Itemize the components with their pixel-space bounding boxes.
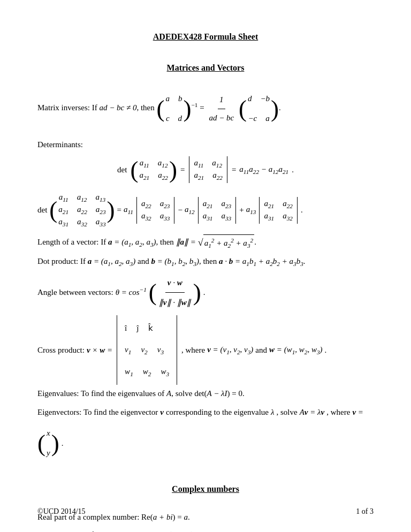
dot-product: Dot product: If a = (a1, a2, a3) and b =… — [37, 254, 374, 269]
eigenvalues: Eigenvalues: To find the eigenvalues of … — [37, 387, 374, 401]
matrices-heading: Matrices and Vectors — [37, 63, 374, 73]
footer: ©UCD 2014/15 1 of 3 — [37, 507, 374, 516]
angle-vectors: Angle between vectors: θ = cos−1 ( v · w… — [37, 273, 374, 312]
paren-right-icon: ) — [183, 98, 191, 119]
det-3x3: det ( a11a12a13 a21a22a23 a31a32a33 ) = … — [37, 192, 374, 229]
det-2x2: det ( a11a12 a21a22 ) = a11a12 a21a22 = … — [37, 156, 374, 183]
paren-right-icon2: ) — [271, 98, 279, 119]
paren-left-icon: ( — [156, 98, 164, 119]
page-number: 1 of 3 — [356, 507, 374, 516]
cross-product: Cross product: v × w = îĵk̂ v1v2v3 w1w2w… — [37, 315, 374, 385]
section-matrices: Matrices and Vectors Matrix inverses: If… — [37, 63, 374, 463]
complex-imaginary-part: Imaginary part of a complex number: Im(a… — [37, 528, 374, 532]
matrix-inverse-text: Matrix inverses: If ad − bc ≠ 0, then ( … — [37, 89, 374, 128]
determinants-label: Determinants: — [37, 138, 374, 151]
page-title: ADEDEX428 Formula Sheet — [37, 32, 374, 42]
eigenvectors: Eigenvectors: To find the eigenvector v … — [37, 404, 374, 463]
vector-length: Length of a vector: If a = (a1, a2, a3),… — [37, 234, 374, 251]
complex-heading: Complex numbers — [37, 484, 374, 494]
copyright: ©UCD 2014/15 — [37, 507, 86, 516]
paren-left-icon2: ( — [239, 98, 247, 119]
